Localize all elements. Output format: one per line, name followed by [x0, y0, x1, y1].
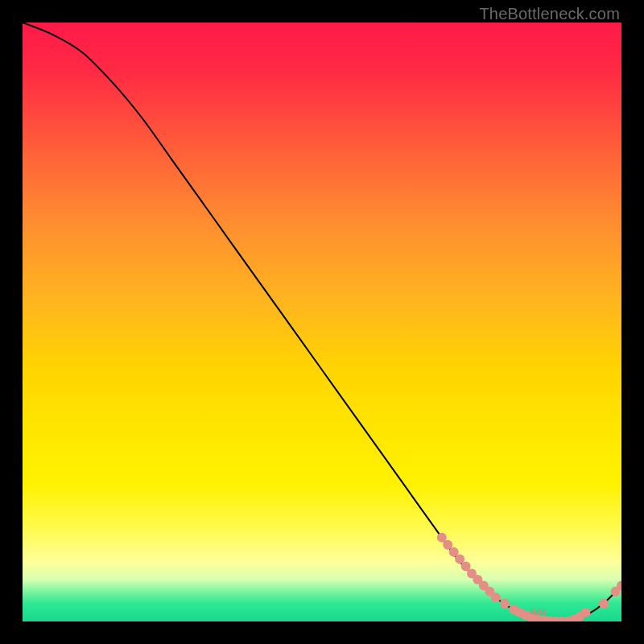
chart-stage: TheBottleneck.com data: [0, 0, 644, 644]
bottleneck-curve: [23, 23, 621, 621]
marker-dot: [491, 592, 501, 602]
curve-path: [23, 23, 621, 621]
chart-svg: data: [23, 23, 621, 621]
plot-area: data: [23, 23, 621, 621]
marker-dot: [580, 608, 590, 617]
marker-dot: [599, 599, 609, 609]
watermark-text: TheBottleneck.com: [479, 5, 620, 23]
cluster-label: data: [530, 607, 546, 616]
marker-dot: [500, 599, 510, 609]
annotations: data: [530, 607, 546, 616]
